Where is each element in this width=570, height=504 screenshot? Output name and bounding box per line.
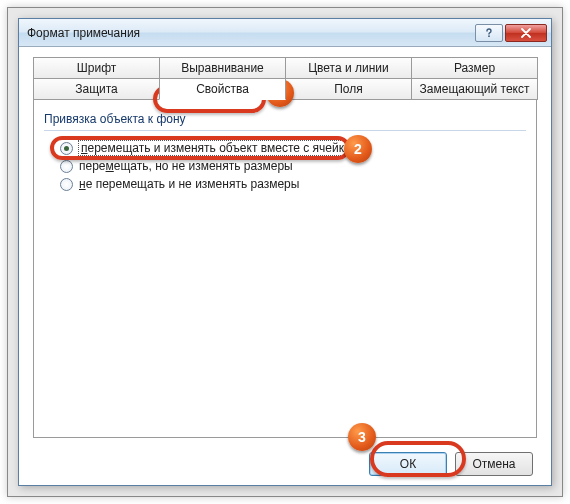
callout-badge-2: 2 — [344, 135, 372, 163]
cancel-button[interactable]: Отмена — [455, 452, 533, 476]
svg-point-0 — [488, 35, 490, 37]
tab-alignment[interactable]: Выравнивание — [159, 57, 286, 78]
titlebar: Формат примечания — [19, 19, 551, 47]
tab-properties[interactable]: Свойства — [159, 78, 286, 100]
dialog-title: Формат примечания — [27, 26, 473, 40]
radio-move-no-size[interactable]: перемещать, но не изменять размеры — [60, 159, 526, 173]
help-button[interactable] — [475, 24, 503, 42]
radio-label: перемещать, но не изменять размеры — [79, 159, 293, 173]
radio-label: не перемещать и не изменять размеры — [79, 177, 299, 191]
radio-icon — [60, 160, 73, 173]
ok-button[interactable]: ОК — [369, 452, 447, 476]
radio-no-move-no-size[interactable]: не перемещать и не изменять размеры — [60, 177, 526, 191]
tab-protection[interactable]: Защита — [33, 78, 160, 100]
tab-size[interactable]: Размер — [411, 57, 538, 78]
radio-icon — [60, 178, 73, 191]
radio-label: перемещать и изменять объект вместе с яч… — [79, 141, 368, 155]
tab-margins[interactable]: Поля — [285, 78, 412, 100]
group-divider — [44, 130, 526, 131]
tabs: Шрифт Выравнивание Цвета и линии Размер … — [33, 57, 537, 438]
tab-font[interactable]: Шрифт — [33, 57, 160, 78]
tab-colors-lines[interactable]: Цвета и линии — [285, 57, 412, 78]
close-button[interactable] — [505, 24, 547, 42]
radio-move-and-size[interactable]: перемещать и изменять объект вместе с яч… — [60, 141, 526, 155]
group-title: Привязка объекта к фону — [44, 112, 526, 126]
help-icon — [484, 28, 494, 38]
radio-icon — [60, 142, 73, 155]
close-icon — [521, 28, 531, 38]
properties-panel: Привязка объекта к фону перемещать и изм… — [33, 100, 537, 438]
format-comment-dialog: Формат примечания Шрифт Выравнивание Цве… — [18, 18, 552, 486]
callout-badge-3: 3 — [348, 423, 376, 451]
tab-alt-text[interactable]: Замещающий текст — [411, 78, 538, 100]
